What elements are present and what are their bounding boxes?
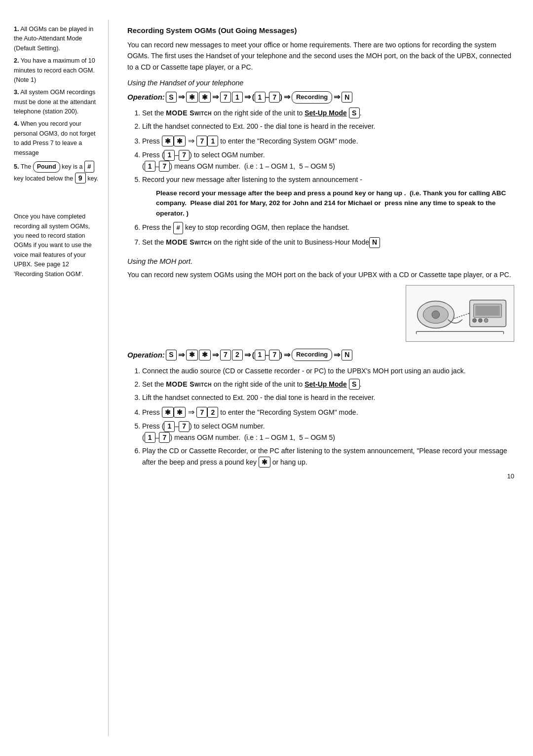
kbd-1-range-2: 1 bbox=[255, 350, 266, 360]
mode-switch-moh-2: MODE Switch bbox=[166, 380, 212, 388]
kbd-S-step1: S bbox=[349, 108, 360, 118]
arrow-5: ⇒ bbox=[334, 91, 340, 104]
sidebar-note-1: 1. All OGMs can be played in the Auto-At… bbox=[14, 25, 99, 53]
kbd-star1-1: ✱ bbox=[186, 92, 198, 103]
kbd-S-1: S bbox=[166, 92, 177, 103]
arrow-moh-1: ⇒ bbox=[178, 349, 185, 361]
svg-rect-5 bbox=[475, 306, 499, 316]
pound-badge: Pound bbox=[33, 161, 60, 173]
moh-step-3: Lift the handset connected to Ext. 200 -… bbox=[142, 392, 514, 403]
kbd-1-range-1: 1 bbox=[255, 92, 266, 103]
svg-point-7 bbox=[478, 319, 482, 323]
arrow-moh-4: ⇒ bbox=[284, 349, 290, 361]
moh-intro: You can record new system OGMs using the… bbox=[127, 269, 514, 280]
moh-step-6: Play the CD or Cassette Recorder, or the… bbox=[142, 445, 514, 468]
kbd-1-step4b: 1 bbox=[145, 161, 155, 172]
kbd-1-moh5b: 1 bbox=[145, 432, 155, 443]
handset-subtitle: Using the Handset of your telephone bbox=[127, 77, 514, 89]
kbd-star2-moh4: ✱ bbox=[174, 407, 186, 418]
kbd-N-2: N bbox=[342, 350, 352, 360]
moh-step-2: Set the MODE Switch on the right side of… bbox=[142, 379, 514, 390]
kbd-star-moh6: ✱ bbox=[259, 457, 270, 468]
operation-line-handset: Operation: S ⇒ ✱ ✱ ⇒ 7 1 ⇒ ( 1 – 7 ) ⇒ R… bbox=[127, 91, 514, 104]
kbd-7-moh4: 7 bbox=[196, 407, 207, 418]
arrow-moh-5: ⇒ bbox=[334, 349, 340, 361]
handset-step-5: Record your new message after listening … bbox=[142, 174, 514, 219]
arrow-2: ⇒ bbox=[212, 91, 219, 104]
hash-kbd-step6: # bbox=[173, 222, 183, 234]
mode-switch-text-7: MODE Switch bbox=[166, 238, 212, 246]
arrow-1: ⇒ bbox=[178, 91, 185, 104]
op-label-2: Operation: bbox=[127, 349, 165, 361]
kbd-1-1: 1 bbox=[232, 92, 243, 103]
handset-step-3: Press ✱✱ ⇒ 71 to enter the "Recording Sy… bbox=[142, 135, 514, 147]
kbd-7-moh5b: 7 bbox=[159, 432, 170, 443]
sidebar-bottom-note: Once you have completed recording all sy… bbox=[14, 212, 99, 279]
kbd-S-2: S bbox=[166, 350, 177, 360]
kbd-N-1: N bbox=[342, 92, 352, 103]
kbd-1-step4: 1 bbox=[164, 150, 175, 161]
handset-step-1: Set the MODE Switch on the right side of… bbox=[142, 108, 514, 118]
kbd-7-step4: 7 bbox=[179, 150, 190, 161]
moh-image-container bbox=[127, 285, 514, 342]
kbd-S-moh2: S bbox=[349, 379, 360, 390]
kbd-7-2: 7 bbox=[220, 350, 231, 360]
kbd-star1-step3: ✱ bbox=[162, 136, 174, 146]
recording-badge-1: Recording bbox=[292, 91, 332, 104]
moh-step-4: Press ✱✱ ⇒ 72 to enter the "Recording Sy… bbox=[142, 406, 514, 419]
kbd-7-range-2: 7 bbox=[269, 350, 280, 360]
operation-line-moh: Operation: S ⇒ ✱ ✱ ⇒ 7 2 ⇒ ( 1 – 7 ) ⇒ R… bbox=[127, 349, 514, 361]
arrow-moh-3: ⇒ bbox=[244, 349, 251, 361]
kbd-star1-2: ✱ bbox=[186, 350, 198, 360]
sidebar: 1. All OGMs can be played in the Auto-At… bbox=[0, 20, 109, 736]
sidebar-note-5: 5. The Pound key is a # key located belo… bbox=[14, 161, 99, 183]
svg-point-8 bbox=[484, 319, 488, 323]
svg-point-6 bbox=[473, 319, 477, 323]
sidebar-notes: 1. All OGMs can be played in the Auto-At… bbox=[14, 25, 99, 186]
op-label-1: Operation: bbox=[127, 91, 165, 103]
kbd-7-1: 7 bbox=[220, 92, 231, 103]
moh-subtitle: Using the MOH port. bbox=[127, 256, 514, 267]
section-intro: You can record new messages to meet your… bbox=[127, 39, 514, 72]
kbd-7-step4b: 7 bbox=[159, 161, 170, 172]
page: 1. All OGMs can be played in the Auto-At… bbox=[0, 0, 533, 756]
svg-point-2 bbox=[432, 311, 440, 319]
kbd-N-step7: N bbox=[369, 237, 380, 248]
moh-step-5: Press (1–7) to select OGM number. (1–7) … bbox=[142, 421, 514, 443]
handset-step-7: Set the MODE Switch on the right side of… bbox=[142, 237, 514, 248]
arrow-moh4: ⇒ bbox=[188, 408, 194, 416]
moh-image-svg bbox=[406, 285, 514, 342]
handset-steps-list: Set the MODE Switch on the right side of… bbox=[142, 108, 514, 248]
arrow-4: ⇒ bbox=[284, 91, 290, 104]
handset-step-6: Press the # key to stop recording OGM, t… bbox=[142, 222, 514, 234]
main-content: Recording System OGMs (Out Going Message… bbox=[109, 20, 533, 736]
handset-step-2: Lift the handset connected to Ext. 200 -… bbox=[142, 121, 514, 132]
kbd-2-2: 2 bbox=[232, 350, 243, 360]
sidebar-note-4: 4. When you record your personal OGM3, d… bbox=[14, 119, 99, 158]
arrow-moh-2: ⇒ bbox=[212, 349, 219, 361]
kbd-7-moh5: 7 bbox=[179, 421, 190, 432]
moh-steps-list: Connect the audio source (CD or Cassette… bbox=[142, 365, 514, 468]
kbd-1-moh5: 1 bbox=[164, 421, 175, 432]
sidebar-note-2: 2. You have a maximum of 10 minutes to r… bbox=[14, 56, 99, 85]
arrow-step3: ⇒ bbox=[188, 137, 194, 145]
setup-mode-moh-2: Set-Up Mode bbox=[305, 380, 347, 388]
recording-badge-2: Recording bbox=[292, 349, 332, 361]
kbd-star1-moh4: ✱ bbox=[162, 407, 174, 418]
kbd-star2-1: ✱ bbox=[199, 92, 211, 103]
svg-line-9 bbox=[454, 313, 469, 319]
kbd-7-range-1: 7 bbox=[269, 92, 280, 103]
setup-mode-text-1: Set-Up Mode bbox=[305, 109, 347, 117]
page-number: 10 bbox=[127, 471, 514, 482]
kbd-star2-step3: ✱ bbox=[174, 136, 186, 146]
handset-step-4: Press (1–7) to select OGM number. (1–7) … bbox=[142, 149, 514, 172]
hash-kbd-sidebar: # bbox=[84, 161, 94, 173]
sidebar-note-3: 3. All system OGM recordings must be don… bbox=[14, 88, 99, 116]
kbd-star2-2: ✱ bbox=[199, 350, 211, 360]
kbd-7-step3: 7 bbox=[196, 136, 207, 146]
mode-switch-text-1: MODE Switch bbox=[166, 109, 212, 117]
bold-note-handset: Please record your message after the bee… bbox=[156, 188, 514, 219]
nine-kbd-sidebar: 9 bbox=[75, 173, 86, 183]
moh-step-1: Connect the audio source (CD or Cassette… bbox=[142, 365, 514, 376]
kbd-1-step3: 1 bbox=[207, 136, 218, 146]
